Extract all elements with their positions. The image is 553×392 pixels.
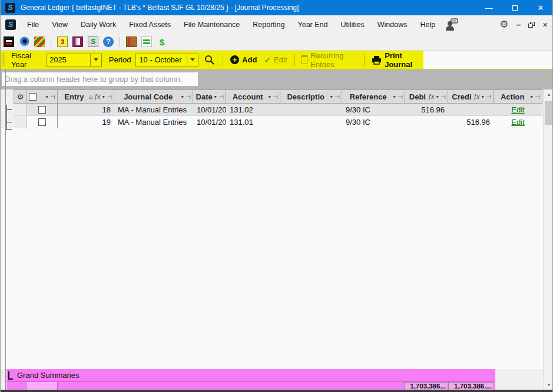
edit-button[interactable]: ✔ Edit	[264, 55, 287, 65]
fiscal-year-dropdown-button[interactable]	[90, 54, 101, 66]
gear-icon: ⚙	[17, 92, 24, 101]
vertical-scrollbar[interactable]: ▲ ▼	[543, 89, 553, 390]
column-header-entry[interactable]: Entry △ ƒx ▼ ⊣	[58, 89, 114, 104]
filter-icon[interactable]: ▼	[435, 95, 439, 99]
fx-icon[interactable]: ƒx	[428, 94, 435, 100]
cell-date: 10/01/202	[193, 104, 226, 116]
pin-icon[interactable]: ⊣	[486, 94, 491, 100]
filter-icon[interactable]: ▼	[101, 95, 105, 99]
journal-icon[interactable]	[72, 36, 83, 47]
table-row[interactable]: 18 MA - Manual Entries 10/01/202 131.02 …	[14, 104, 542, 116]
mdi-close-icon[interactable]: ×	[542, 19, 548, 29]
menu-file-maintenance[interactable]: File Maintenance	[177, 18, 246, 31]
filter-icon[interactable]: ▼	[45, 95, 49, 99]
mdi-restore-icon[interactable]	[528, 22, 535, 28]
dollar-icon[interactable]: $	[157, 36, 167, 47]
select-all-header[interactable]: ▼ ⊣	[27, 89, 58, 104]
pin-icon[interactable]: ⊣	[218, 94, 224, 100]
pin-icon[interactable]: ⊣	[441, 94, 446, 100]
row-checkbox[interactable]	[38, 118, 46, 126]
support-chat-icon[interactable]	[445, 18, 458, 31]
filter-icon[interactable]: ▼	[267, 95, 271, 99]
column-header-debit[interactable]: Debi ƒx▼⊣	[405, 89, 448, 104]
column-header-reference[interactable]: Reference ▼⊣	[342, 89, 405, 104]
menu-file[interactable]: File	[21, 18, 45, 31]
menu-fixed-assets[interactable]: Fixed Assets	[122, 18, 177, 31]
pin-icon[interactable]: ⊣	[50, 94, 55, 100]
filter-icon[interactable]: ▼	[529, 95, 534, 99]
scroll-down-icon[interactable]: ▼	[544, 380, 553, 390]
search-icon[interactable]	[204, 55, 214, 65]
calculator-icon[interactable]: S	[88, 36, 98, 47]
row-select-cell[interactable]	[27, 116, 58, 128]
column-header-credit[interactable]: Credi ƒx▼⊣	[448, 89, 494, 104]
mdi-minimize-icon[interactable]: –	[516, 20, 521, 29]
book-icon[interactable]	[126, 36, 137, 47]
pin-icon[interactable]: ⊣	[535, 94, 540, 100]
select-all-checkbox[interactable]	[29, 93, 37, 101]
pin-icon[interactable]: ⊣	[335, 94, 340, 100]
minimize-button[interactable]: —	[476, 0, 502, 15]
column-header-description[interactable]: Descriptio ▼⊣	[280, 89, 342, 104]
edit-link[interactable]: Edit	[511, 105, 524, 114]
toolbar-grip[interactable]	[2, 53, 5, 67]
titlebar: S General Ledger { belfastgINET - TLB's …	[1, 0, 553, 15]
column-chooser-button[interactable]: ⚙	[14, 89, 27, 104]
recurring-entries-button[interactable]: Recurring Entries	[302, 51, 357, 69]
row-expand-icon[interactable]	[6, 122, 12, 122]
menu-help[interactable]: Help	[414, 18, 442, 31]
ledger-icon[interactable]: 3	[57, 36, 68, 47]
pin-icon[interactable]: ⊣	[398, 94, 403, 100]
settings-gear-icon[interactable]: ⚙	[499, 18, 508, 31]
printer-icon	[372, 55, 382, 65]
pin-icon[interactable]: ⊣	[107, 94, 112, 100]
column-header-action[interactable]: Action ▼⊣	[494, 89, 542, 104]
filter-icon[interactable]: ▼	[213, 95, 217, 99]
grand-summaries-panel: Grand Summaries 1,703,386... 1,703,386..…	[6, 369, 495, 390]
period-dropdown-button[interactable]	[187, 54, 198, 66]
exit-icon[interactable]	[4, 36, 14, 47]
preview-eye-icon[interactable]	[19, 36, 29, 47]
filter-icon[interactable]: ▼	[180, 95, 184, 99]
menu-daily-work[interactable]: Daily Work	[74, 18, 122, 31]
menu-utilities[interactable]: Utilities	[335, 18, 371, 31]
eraser-icon[interactable]	[34, 36, 45, 47]
period-select[interactable]: 10 - October	[135, 54, 198, 67]
filter-icon[interactable]: ▼	[329, 95, 333, 99]
bars-icon[interactable]	[141, 36, 152, 47]
add-button[interactable]: + Add	[230, 55, 257, 64]
menu-reporting[interactable]: Reporting	[246, 18, 291, 31]
edit-link[interactable]: Edit	[511, 118, 524, 127]
maximize-button[interactable]	[502, 0, 528, 15]
menu-year-end[interactable]: Year End	[292, 18, 335, 31]
grid-header-row: ⚙ ▼ ⊣ Entry △ ƒx ▼ ⊣ Journal Code ▼⊣ Dat…	[14, 89, 542, 104]
row-expand-icon[interactable]	[6, 109, 12, 110]
mdi-child-icon: S	[5, 19, 16, 30]
column-header-journal-code[interactable]: Journal Code ▼⊣	[114, 89, 193, 104]
print-journal-button[interactable]: Print Journal	[372, 51, 420, 69]
menu-windows[interactable]: Windows	[371, 18, 414, 31]
close-button[interactable]: ✕	[528, 0, 553, 15]
fx-icon[interactable]: ƒx	[473, 94, 480, 100]
cell-entry: 19	[58, 116, 114, 128]
table-row[interactable]: 19 MA - Manual Entries 10/01/202 131.01 …	[14, 116, 542, 128]
group-by-panel[interactable]: Drag a column header here to group by th…	[1, 69, 553, 89]
fx-icon[interactable]: ƒx	[94, 94, 101, 100]
scroll-up-icon[interactable]: ▲	[544, 89, 553, 99]
filter-icon[interactable]: ▼	[481, 95, 485, 99]
help-icon[interactable]: ?	[103, 36, 114, 47]
add-button-label: Add	[242, 55, 257, 64]
chevron-down-icon	[190, 58, 195, 61]
scrollbar-thumb[interactable]	[545, 101, 553, 125]
pin-icon[interactable]: ⊣	[186, 94, 191, 100]
row-select-cell[interactable]	[27, 104, 58, 116]
fiscal-year-select[interactable]: 2025	[46, 54, 102, 67]
column-header-date[interactable]: Date ▼⊣	[193, 89, 226, 104]
period-label: Period	[109, 55, 131, 64]
pin-icon[interactable]: ⊣	[273, 94, 278, 100]
column-header-account[interactable]: Account ▼⊣	[226, 89, 280, 104]
row-checkbox[interactable]	[38, 106, 46, 114]
menu-view[interactable]: View	[45, 18, 74, 31]
sort-asc-icon[interactable]: △	[89, 94, 93, 99]
filter-icon[interactable]: ▼	[392, 95, 396, 99]
